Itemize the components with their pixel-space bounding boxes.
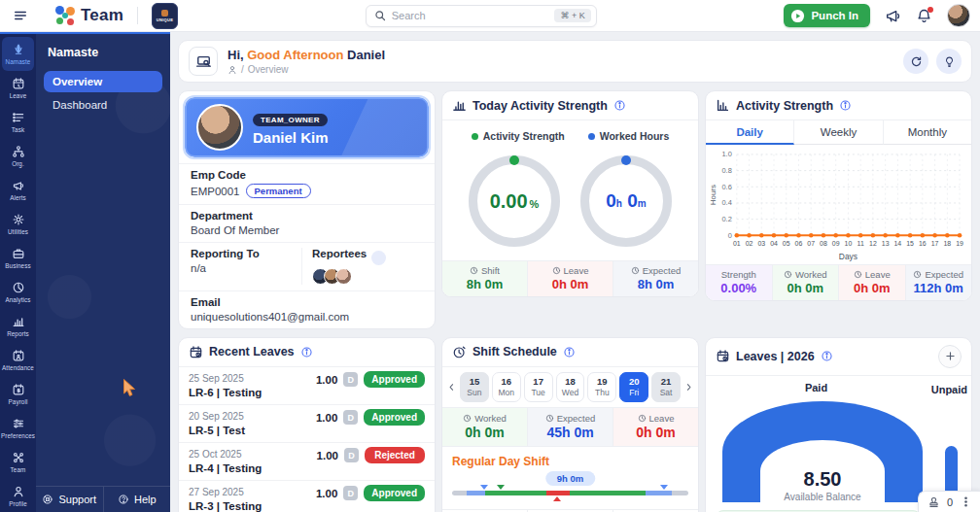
recent-leaves-list: 25 Sep 2025LR-6 | Testing 1.00DApproved2… [179,367,435,512]
breadcrumb-current: Overview [248,64,289,75]
breadcrumb: / Overview [228,64,385,75]
sidebar-item-org[interactable]: Org. [0,139,36,173]
sidebar-item-reports[interactable]: Reports [0,309,36,343]
leave-request-row[interactable]: 20 Sep 2025LR-5 | Test 1.00DApproved [179,404,435,442]
gauge-dot-green [509,155,519,165]
quick-actions-widget: 0 [918,491,980,512]
global-search[interactable]: ⌘ + K [366,5,597,27]
refresh-button[interactable] [903,49,928,74]
svg-text:15: 15 [906,240,914,247]
shift-schedule-card: Shift Schedule 15Sun16Mon17Tue18Wed19Thu… [441,337,699,512]
clock-icon [784,270,792,279]
days-unit-badge: D [343,486,358,500]
help-icon [118,494,129,505]
sidebar-panel-items: OverviewDashboard [36,69,170,118]
shift-stat-leave: Leave0h 0m [612,408,698,446]
info-icon[interactable] [300,346,313,358]
sidebar-item-attendance[interactable]: Attendance [0,343,36,377]
leave-request-row[interactable]: 27 Sep 2025LR-3 | Testing 1.00DApproved [179,480,435,512]
sidebar-item-namaste[interactable]: Namaste [2,37,34,71]
support-button[interactable]: Support [36,487,103,512]
department-row: Department Board Of Member [179,204,435,242]
widget-count: 0 [947,496,953,508]
week-prev-button[interactable] [446,383,457,392]
svg-text:17: 17 [931,240,939,247]
stat-worked: Worked0h 0m [772,265,839,300]
app-logo[interactable]: Team [54,5,123,26]
day-chip-thu[interactable]: 19Thu [587,372,616,402]
tab-monthly[interactable]: Monthly [884,120,971,145]
svg-text:Days: Days [839,252,858,261]
day-chip-sat[interactable]: 21Sat [651,372,681,402]
reports-icon [12,315,25,328]
home-person-icon[interactable] [228,65,237,75]
stamp-approval-icon[interactable] [928,495,940,508]
day-chip-wed[interactable]: 18Wed [556,372,585,402]
sidebar-item-profile[interactable]: Profile [0,479,36,512]
reportees-avatars[interactable] [312,268,423,285]
sidebar-nav-overview[interactable]: Overview [44,71,162,92]
brand-name: Team [81,6,123,25]
search-input[interactable] [392,10,549,21]
timeline-marker [660,485,668,490]
tab-daily[interactable]: Daily [706,120,794,145]
user-avatar[interactable] [947,4,970,27]
help-button[interactable]: Help [103,487,171,512]
day-chip-sun[interactable]: 15Sun [460,372,489,402]
clock-icon [545,414,554,423]
day-chip-tue[interactable]: 17Tue [524,372,553,402]
hamburger-menu-icon[interactable] [10,5,31,26]
notifications-bell-icon[interactable] [916,8,932,24]
hierarchy-icon[interactable] [371,251,386,265]
announcements-icon[interactable] [885,8,901,24]
timeline-marker [553,496,561,501]
leave-request-row[interactable]: 25 Sep 2025LR-6 | Testing 1.00DApproved [179,367,435,404]
sidebar-item-team[interactable]: Team [0,445,36,479]
sidebar-item-preferences[interactable]: Preferences [0,411,36,445]
play-icon [790,9,805,23]
leave-request-row[interactable]: 25 Oct 2025LR-4 | Testing 1.00DRejected [179,442,435,480]
svg-text:Hours: Hours [709,185,718,205]
reportee-avatar [335,268,352,285]
profile-hero[interactable]: TEAM_OWNER Daniel Kim [185,97,429,157]
legend-item: Worked Hours [588,130,670,142]
punch-in-button[interactable]: Punch In [784,4,870,27]
info-icon[interactable] [613,99,626,112]
sidebar-item-payroll[interactable]: Payroll [0,377,36,411]
sidebar-item-alerts[interactable]: Alerts [0,173,36,207]
org-logo-mark [161,10,168,17]
business-icon [12,247,25,260]
calendar-icon [189,345,203,359]
sidebar-item-analytics[interactable]: Analytics [0,275,36,309]
svg-text:18: 18 [943,240,951,247]
sidebar-item-task[interactable]: Task [0,105,36,139]
week-next-button[interactable] [683,383,694,392]
info-icon[interactable] [563,346,576,358]
search-shortcut: ⌘ + K [554,9,590,22]
notification-dot [928,7,933,13]
svg-text:04: 04 [770,240,778,247]
reporting-value: n/a [191,262,301,274]
day-chip-mon[interactable]: 16Mon [492,372,521,402]
sidebar-item-business[interactable]: Business [0,241,36,275]
timeline-marker [497,485,505,490]
kebab-menu-icon[interactable] [960,495,972,508]
sidebar-item-utilities[interactable]: Utilities [0,207,36,241]
sidebar-item-leave[interactable]: Leave [0,71,36,105]
available-balance-label: Available Balance [722,492,923,502]
role-badge: TEAM_OWNER [253,114,328,126]
sidebar-nav-dashboard[interactable]: Dashboard [44,94,162,116]
info-icon[interactable] [821,350,833,362]
svg-text:07: 07 [807,240,815,247]
legend-item: Activity Strength [472,130,565,142]
day-chip-fri[interactable]: 20Fri [619,372,648,402]
recent-leaves-card: Recent Leaves 25 Sep 2025LR-6 | Testing … [178,337,436,512]
tips-bulb-button[interactable] [936,49,962,74]
svg-text:10: 10 [845,240,853,247]
info-icon[interactable] [839,99,852,112]
clock-icon [854,270,862,279]
add-leave-button[interactable] [938,345,962,368]
org-logo[interactable]: UNIQUE [152,3,178,29]
worked-hours-gauge: 0h 0m [580,155,672,247]
tab-weekly[interactable]: Weekly [794,120,883,145]
